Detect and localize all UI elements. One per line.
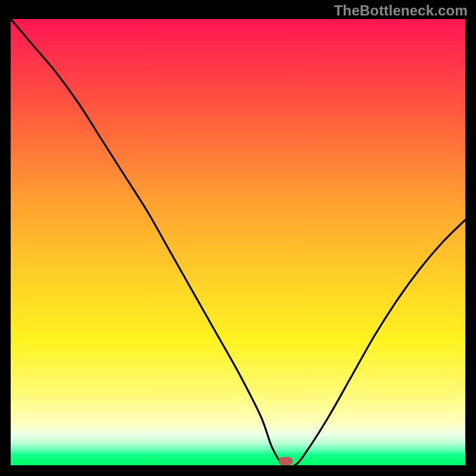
chart-frame: TheBottleneck.com <box>0 0 476 476</box>
plot-area <box>11 19 465 465</box>
watermark-label: TheBottleneck.com <box>334 2 468 19</box>
optimal-marker <box>278 457 293 465</box>
bottleneck-curve <box>11 19 465 465</box>
curve-layer <box>11 19 465 465</box>
